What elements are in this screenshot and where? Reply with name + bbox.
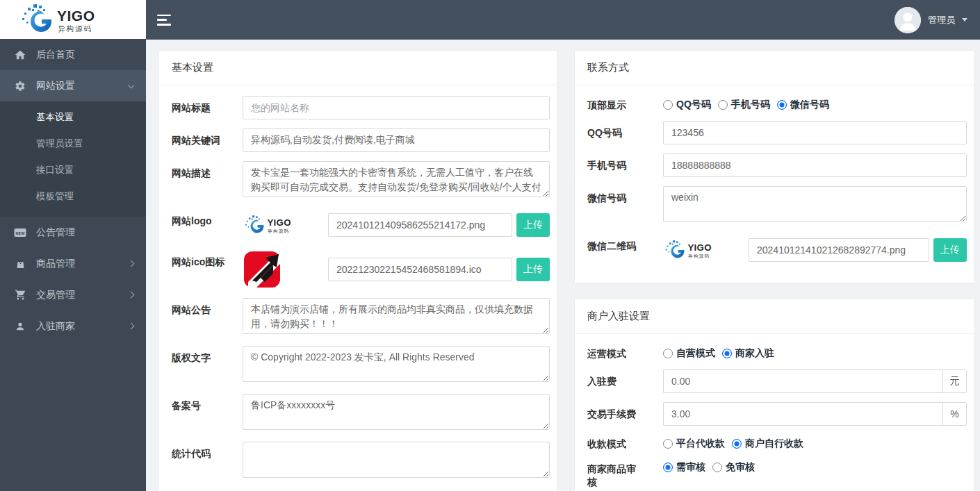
collect-platform-option[interactable]: 平台代收款	[663, 438, 725, 450]
form-row-stats: 统计代码	[172, 442, 550, 481]
form-row-wechat: 微信号码 weixin	[587, 186, 967, 225]
sidebar-item-announcements[interactable]: NEW 公告管理	[0, 217, 146, 248]
audit-need-option[interactable]: 需审核	[663, 461, 705, 474]
top-display-qq-option[interactable]: QQ号码	[663, 99, 711, 111]
yigo-logo-icon: YIGO 异构源码	[663, 234, 733, 266]
radio-label: 微信号码	[790, 99, 829, 111]
top-display-wechat-option[interactable]: 微信号码	[777, 99, 829, 111]
gear-icon	[14, 80, 26, 92]
phone-number-input[interactable]	[663, 153, 967, 177]
radio-label: 自营模式	[676, 347, 715, 360]
svg-text:NEW: NEW	[16, 231, 26, 235]
collect-merchant-option[interactable]: 商户自行收款	[732, 438, 803, 450]
radio-selected-icon[interactable]	[722, 349, 732, 358]
merchant-settings-card: 商户入驻设置 运营模式 自营模式 商家入驻	[574, 299, 974, 491]
logo-filename-input[interactable]	[328, 213, 512, 237]
sidebar-item-api-settings[interactable]: 接口设置	[0, 157, 146, 183]
icp-textarea[interactable]: 鲁ICP备xxxxxxxx号	[243, 394, 550, 430]
field-label: 收款模式	[587, 435, 663, 451]
svg-text:异构源码: 异构源码	[268, 228, 290, 234]
form-row-copyright: 版权文字 © Copyright 2022-2023 发卡宝, All Righ…	[172, 346, 550, 385]
ico-upload-button[interactable]: 上传	[516, 258, 550, 281]
site-title-input[interactable]	[243, 96, 550, 119]
sidebar-item-trade[interactable]: 交易管理	[0, 279, 146, 310]
radio-unselected-icon[interactable]	[663, 349, 673, 358]
radio-selected-icon[interactable]	[663, 463, 673, 472]
sidebar-toggle-icon[interactable]	[157, 15, 172, 26]
audit-free-option[interactable]: 免审核	[712, 461, 755, 474]
radio-selected-icon[interactable]	[777, 100, 787, 110]
qrcode-filename-input[interactable]	[749, 238, 929, 262]
field-label: 网站标题	[172, 96, 243, 119]
site-ico-preview	[243, 250, 328, 289]
notice-textarea[interactable]: 本店铺为演示店铺，所有展示的商品均非真实商品，仅供填充数据用，请勿购买！！！	[243, 298, 550, 334]
wechat-textarea[interactable]: weixin	[663, 186, 967, 222]
sidebar-item-basic-settings[interactable]: 基本设置	[0, 104, 146, 131]
form-row-collect-mode: 收款模式 平台代收款 商户自行收款	[587, 435, 967, 451]
chevron-right-icon	[128, 260, 135, 267]
radio-unselected-icon[interactable]	[712, 463, 722, 472]
sidebar-item-template-management[interactable]: 模板管理	[0, 183, 146, 210]
user-name[interactable]: 管理员	[928, 14, 955, 26]
brand-logo-area[interactable]: YIGO 异构源码	[0, 0, 146, 39]
sidebar-item-merchants[interactable]: 入驻商家	[0, 310, 146, 342]
stats-code-textarea[interactable]	[243, 442, 550, 478]
sidebar-item-label: 网站设置	[36, 80, 75, 92]
left-column: 基本设置 网站标题 网站关键词 网站描述 发卡宝是一套功能强大的卡密寄售系统，无…	[158, 50, 557, 491]
sidebar-item-label: 商品管理	[36, 258, 75, 270]
form-row-logo: 网站logo	[172, 209, 550, 241]
svg-text:YIGO: YIGO	[687, 242, 711, 253]
avatar-person-icon	[895, 7, 921, 33]
sidebar-item-site-settings[interactable]: 网站设置	[0, 70, 146, 101]
radio-unselected-icon[interactable]	[663, 100, 673, 110]
field-label: 手机号码	[587, 153, 663, 177]
form-row-goods-audit: 商家商品审核 需审核 免审核	[587, 460, 967, 489]
ico-favicon-image	[243, 250, 281, 289]
home-icon	[14, 49, 26, 61]
field-label: 微信二维码	[587, 234, 663, 266]
field-label: 统计代码	[172, 442, 243, 481]
new-badge-icon: NEW	[14, 226, 26, 239]
sidebar-item-label: 后台首页	[36, 49, 75, 61]
right-column: 联系方式 顶部显示 QQ号码 手机号码	[574, 50, 974, 491]
radio-unselected-icon[interactable]	[663, 439, 673, 449]
sidebar-item-admin-settings[interactable]: 管理员设置	[0, 131, 146, 157]
person-icon	[14, 320, 26, 333]
sidebar-item-goods[interactable]: 商品管理	[0, 248, 146, 279]
logo-upload-button[interactable]: 上传	[516, 213, 550, 237]
sidebar-item-label: 交易管理	[36, 289, 75, 301]
field-label: 微信号码	[587, 186, 663, 225]
card-title: 商户入驻设置	[575, 299, 974, 334]
radio-selected-icon[interactable]	[732, 439, 742, 449]
entry-fee-input[interactable]	[663, 369, 942, 393]
radio-unselected-icon[interactable]	[718, 100, 728, 110]
admin-app: YIGO 异构源码 管理员 后台首页	[0, 0, 980, 491]
shopping-cart-icon	[14, 289, 26, 301]
description-textarea[interactable]: 发卡宝是一套功能强大的卡密寄售系统，无需人工值守，客户在线购买即可自动完成交易。…	[243, 161, 550, 197]
mode-self-option[interactable]: 自营模式	[663, 347, 715, 360]
field-label: 运营模式	[587, 344, 663, 360]
keywords-input[interactable]	[243, 128, 550, 152]
field-label: 网站关键词	[172, 128, 243, 152]
commission-input[interactable]	[663, 402, 942, 426]
radio-label: 平台代收款	[676, 438, 725, 450]
field-label: 网站logo	[172, 209, 243, 241]
site-settings-submenu: 基本设置 管理员设置 接口设置 模板管理	[0, 101, 146, 217]
form-row-ico: 网站ico图标	[172, 250, 550, 289]
basic-settings-card: 基本设置 网站标题 网站关键词 网站描述 发卡宝是一套功能强大的卡密寄售系统，无…	[158, 50, 557, 491]
copyright-textarea[interactable]: © Copyright 2022-2023 发卡宝, All Rights Re…	[243, 346, 550, 382]
field-label: 网站ico图标	[172, 250, 243, 289]
wechat-qrcode-preview: YIGO 异构源码	[663, 234, 749, 266]
form-row-commission: 交易手续费 %	[587, 402, 967, 426]
yigo-logo-icon: YIGO 异构源码	[18, 3, 128, 36]
qrcode-upload-button[interactable]: 上传	[933, 238, 967, 262]
top-display-phone-option[interactable]: 手机号码	[718, 99, 770, 111]
qq-number-input[interactable]	[663, 121, 967, 144]
mode-join-option[interactable]: 商家入驻	[722, 347, 774, 360]
form-row-entry-fee: 入驻费 元	[587, 369, 967, 393]
avatar[interactable]	[895, 7, 921, 33]
user-menu[interactable]: 管理员	[895, 7, 980, 33]
sidebar-item-home[interactable]: 后台首页	[0, 39, 146, 70]
chevron-right-icon	[128, 292, 135, 299]
ico-filename-input[interactable]	[328, 258, 512, 281]
